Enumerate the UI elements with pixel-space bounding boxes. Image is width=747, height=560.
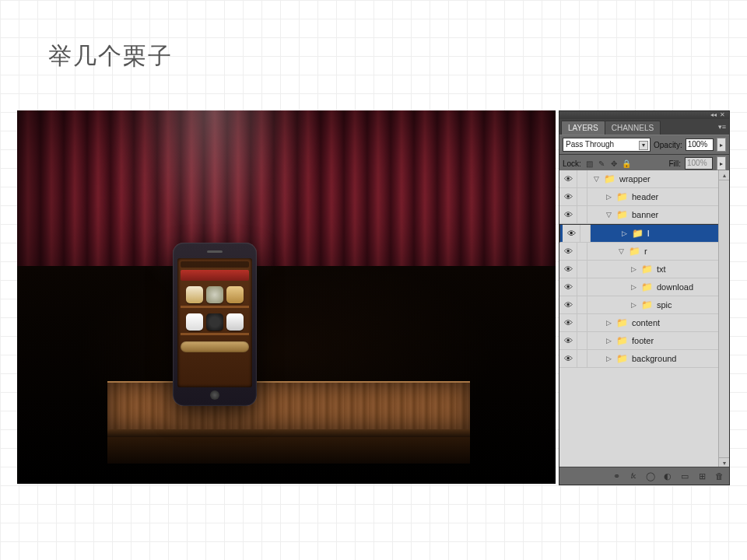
- folder-icon: 📁: [615, 210, 628, 219]
- folder-icon: 📁: [640, 282, 653, 292]
- disclosure-triangle-icon[interactable]: ▷: [605, 193, 612, 201]
- layer-name: wrapper: [619, 174, 651, 184]
- layer-row-r[interactable]: 👁▽📁r: [559, 243, 729, 261]
- folder-icon: 📁: [615, 354, 628, 363]
- tree-scrollbar[interactable]: ▴ ▾: [718, 170, 729, 467]
- tab-layers[interactable]: LAYERS: [561, 121, 605, 135]
- layer-row-background[interactable]: 👁▷📁background: [559, 350, 729, 368]
- example-design-image: [17, 110, 556, 484]
- scroll-up-icon[interactable]: ▴: [719, 170, 729, 180]
- visibility-eye-icon[interactable]: 👁: [559, 296, 577, 313]
- opacity-field[interactable]: 100%: [686, 138, 714, 151]
- chevron-down-icon: ▾: [639, 141, 648, 150]
- folder-icon: 📁: [603, 174, 615, 184]
- folder-icon: 📁: [640, 300, 653, 310]
- disclosure-triangle-icon[interactable]: ▷: [630, 265, 637, 273]
- disclosure-triangle-icon[interactable]: ▽: [605, 211, 612, 219]
- visibility-eye-icon[interactable]: 👁: [559, 243, 577, 260]
- layer-row-txt[interactable]: 👁▷📁txt: [559, 261, 729, 278]
- visibility-eye-icon[interactable]: 👁: [559, 332, 577, 349]
- fill-field[interactable]: 100%: [685, 157, 713, 170]
- panel-collapse-icon[interactable]: ◂◂: [710, 112, 717, 118]
- link-column: [580, 225, 591, 242]
- layer-name: spic: [656, 300, 672, 310]
- lock-label: Lock:: [563, 159, 581, 168]
- link-column: [577, 206, 587, 223]
- link-column: [577, 170, 587, 187]
- layer-row-wrapper[interactable]: 👁▽📁wrapper: [559, 170, 729, 188]
- adjustment-layer-icon[interactable]: ◐: [662, 471, 673, 481]
- app-banner: [181, 270, 249, 281]
- blend-mode-value: Pass Through: [566, 140, 614, 149]
- visibility-eye-icon[interactable]: 👁: [559, 278, 577, 296]
- layer-row-content[interactable]: 👁▷📁content: [559, 314, 729, 332]
- lock-position-icon[interactable]: ✥: [610, 159, 619, 168]
- folder-icon: 📁: [615, 318, 628, 327]
- visibility-eye-icon[interactable]: 👁: [559, 314, 577, 331]
- disclosure-triangle-icon[interactable]: ▷: [605, 337, 612, 345]
- disclosure-triangle-icon[interactable]: ▷: [620, 227, 628, 240]
- fill-stepper[interactable]: ▸: [717, 156, 726, 170]
- wooden-platform: [107, 381, 470, 462]
- phone-home-button: [210, 390, 219, 400]
- layer-row-banner[interactable]: 👁▽📁banner: [559, 206, 729, 224]
- disclosure-triangle-icon[interactable]: ▽: [617, 247, 625, 255]
- layer-row-download[interactable]: 👁▷📁download: [559, 278, 729, 296]
- visibility-eye-icon[interactable]: 👁: [559, 206, 577, 223]
- phone-mockup: [173, 243, 257, 406]
- phone-screen: [177, 258, 252, 387]
- blend-mode-select[interactable]: Pass Through ▾: [563, 138, 651, 152]
- folder-icon: 📁: [615, 192, 628, 201]
- layer-name: background: [631, 354, 677, 363]
- disclosure-triangle-icon[interactable]: ▷: [605, 319, 612, 327]
- lock-paint-icon[interactable]: ✎: [598, 159, 606, 168]
- panel-bottom-bar: ⚭ fx. ◯ ◐ ▭ ⊞ 🗑: [559, 467, 729, 485]
- new-group-icon[interactable]: ▭: [679, 471, 690, 481]
- panel-window-strip: ◂◂ ✕: [559, 111, 729, 119]
- visibility-eye-icon[interactable]: 👁: [559, 188, 577, 205]
- disclosure-triangle-icon[interactable]: ▽: [592, 175, 600, 183]
- opacity-stepper[interactable]: ▸: [717, 138, 726, 152]
- layer-tree: 👁▽📁wrapper👁▷📁header👁▽📁banner👁▷📁l👁▽📁r👁▷📁t…: [559, 170, 729, 467]
- lock-transparency-icon[interactable]: ▧: [585, 159, 594, 168]
- layer-name: content: [631, 318, 660, 327]
- link-layers-icon[interactable]: ⚭: [611, 471, 622, 481]
- visibility-eye-icon[interactable]: 👁: [559, 170, 577, 187]
- disclosure-triangle-icon[interactable]: ▷: [630, 301, 637, 309]
- panel-close-icon[interactable]: ✕: [720, 112, 726, 118]
- folder-icon: 📁: [631, 229, 644, 238]
- link-column: [577, 243, 587, 260]
- visibility-eye-icon[interactable]: 👁: [563, 225, 580, 242]
- layer-name: header: [631, 192, 658, 201]
- layers-panel: ◂◂ ✕ LAYERS CHANNELS ▾≡ Pass Through ▾ O…: [559, 110, 730, 485]
- tab-channels[interactable]: CHANNELS: [605, 121, 661, 135]
- delete-layer-icon[interactable]: 🗑: [714, 471, 724, 481]
- lock-all-icon[interactable]: 🔒: [622, 159, 631, 168]
- visibility-eye-icon[interactable]: 👁: [559, 261, 577, 278]
- panel-tabs: LAYERS CHANNELS ▾≡: [559, 119, 729, 135]
- layer-row-spic[interactable]: 👁▷📁spic: [559, 296, 729, 314]
- panel-menu-icon[interactable]: ▾≡: [718, 123, 726, 131]
- link-column: [577, 188, 587, 205]
- link-column: [577, 332, 587, 349]
- fill-label: Fill:: [668, 159, 681, 168]
- folder-icon: 📁: [615, 336, 628, 345]
- layer-name: l: [647, 227, 649, 240]
- blend-opacity-row: Pass Through ▾ Opacity: 100% ▸: [559, 135, 729, 155]
- visibility-eye-icon[interactable]: 👁: [559, 350, 577, 367]
- new-layer-icon[interactable]: ⊞: [696, 471, 707, 481]
- layer-mask-icon[interactable]: ◯: [645, 471, 656, 481]
- link-column: [577, 278, 587, 296]
- layer-row-header[interactable]: 👁▷📁header: [559, 188, 729, 206]
- layer-name: footer: [631, 336, 654, 345]
- layer-row-l[interactable]: 👁▷📁l: [559, 224, 729, 243]
- link-column: [577, 261, 587, 278]
- link-column: [577, 314, 587, 331]
- link-column: [577, 350, 587, 367]
- disclosure-triangle-icon[interactable]: ▷: [605, 355, 612, 362]
- layer-row-footer[interactable]: 👁▷📁footer: [559, 332, 729, 350]
- disclosure-triangle-icon[interactable]: ▷: [630, 283, 637, 291]
- layer-name: download: [656, 282, 693, 292]
- opacity-label: Opacity:: [654, 141, 682, 149]
- layer-fx-icon[interactable]: fx.: [628, 471, 639, 481]
